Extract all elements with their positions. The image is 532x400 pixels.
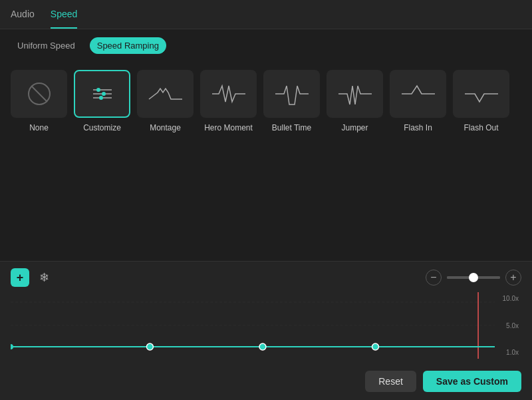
preset-jumper[interactable]: Jumper — [327, 70, 383, 134]
svg-point-5 — [96, 88, 100, 92]
preset-customize[interactable]: Customize — [74, 70, 130, 134]
reset-button[interactable]: Reset — [365, 371, 416, 392]
graph-labels: 10.0x 5.0x 1.0x — [496, 292, 521, 359]
preset-bullet-box — [263, 70, 320, 118]
preset-hero-box — [200, 70, 257, 118]
subtab-ramping[interactable]: Speed Ramping — [90, 37, 166, 54]
tab-speed[interactable]: Speed — [51, 1, 77, 29]
preset-montage[interactable]: Montage — [137, 70, 194, 134]
timeline-controls: + ❄ − + — [11, 268, 521, 287]
graph-label-10x: 10.0x — [496, 295, 521, 302]
save-custom-button[interactable]: Save as Custom — [423, 371, 521, 392]
svg-point-13 — [146, 343, 153, 350]
subtab-uniform[interactable]: Uniform Speed — [11, 38, 82, 53]
svg-point-6 — [102, 92, 106, 96]
main-container: Audio Speed Uniform Speed Speed Ramping … — [0, 0, 532, 400]
preset-flash-in-label: Flash In — [404, 123, 432, 134]
preset-none-box — [11, 70, 67, 118]
svg-line-1 — [31, 86, 47, 102]
graph-label-5x: 5.0x — [496, 322, 521, 329]
svg-point-15 — [372, 343, 379, 350]
preset-none-label: None — [29, 123, 49, 134]
zoom-in-button[interactable]: + — [505, 270, 521, 286]
preset-flash-out-label: Flash Out — [464, 123, 498, 134]
graph-area: 10.0x 5.0x 1.0x — [11, 292, 521, 359]
preset-flash-in-box — [390, 70, 446, 118]
preset-flash-out[interactable]: Flash Out — [453, 70, 509, 134]
svg-point-14 — [259, 343, 266, 350]
middle-area — [0, 139, 532, 261]
preset-bullet[interactable]: Bullet Time — [263, 70, 320, 134]
preset-hero-label: Hero Moment — [204, 123, 253, 134]
preset-hero[interactable]: Hero Moment — [200, 70, 257, 134]
add-keyframe-button[interactable]: + — [11, 268, 29, 287]
zoom-slider[interactable] — [447, 276, 500, 279]
graph-label-1x: 1.0x — [496, 349, 521, 356]
zoom-out-button[interactable]: − — [426, 270, 442, 286]
preset-none[interactable]: None — [11, 70, 67, 134]
preset-montage-label: Montage — [150, 123, 181, 134]
preset-jumper-box — [327, 70, 383, 118]
speed-graph[interactable] — [11, 292, 495, 359]
timeline-area: + ❄ − + — [0, 261, 532, 364]
freeze-button[interactable]: ❄ — [35, 268, 53, 287]
preset-flash-out-box — [453, 70, 509, 118]
sub-tabs-bar: Uniform Speed Speed Ramping — [0, 29, 532, 62]
preset-montage-box — [137, 70, 194, 118]
preset-jumper-label: Jumper — [341, 123, 368, 134]
presets-area: None Customize Mo — [0, 62, 532, 139]
tabs-bar: Audio Speed — [0, 0, 532, 29]
preset-bullet-label: Bullet Time — [272, 123, 311, 134]
bottom-bar: Reset Save as Custom — [0, 364, 532, 400]
svg-point-12 — [11, 344, 13, 349]
preset-customize-label: Customize — [83, 123, 121, 134]
tab-audio[interactable]: Audio — [11, 1, 35, 29]
preset-flash-in[interactable]: Flash In — [390, 70, 446, 134]
svg-point-7 — [99, 96, 103, 100]
preset-customize-box — [74, 70, 130, 118]
